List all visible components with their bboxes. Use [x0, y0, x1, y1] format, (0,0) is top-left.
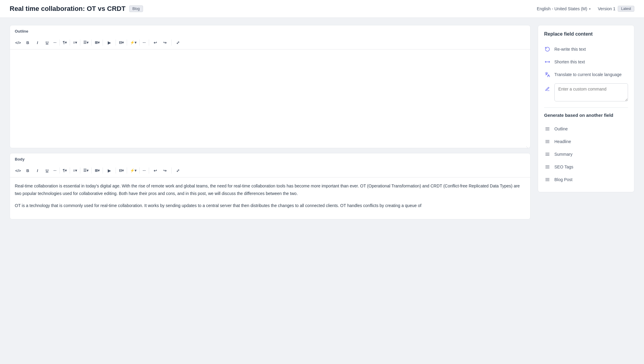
body-code-btn[interactable]: </>: [14, 166, 23, 175]
locale-label: English - United States (M): [537, 6, 587, 11]
video-btn[interactable]: ▶: [105, 38, 114, 47]
body-video-btn[interactable]: ▶: [105, 166, 114, 175]
body-underline-btn[interactable]: U: [43, 166, 52, 175]
body-sep-1: [59, 168, 60, 174]
body-paragraph-2: OT is a technology that is commonly used…: [15, 202, 525, 209]
outline-resize-handle[interactable]: ⋱: [10, 146, 530, 148]
separator-2: [70, 40, 70, 46]
rewrite-action[interactable]: Re-write this text: [544, 43, 628, 56]
outline-editor-content[interactable]: [10, 49, 530, 146]
rewrite-label: Re-write this text: [554, 47, 586, 52]
page-title: Real time collaboration: OT vs CRDT: [10, 5, 126, 13]
header-right: English - United States (M) ▾ Version 1 …: [537, 6, 634, 12]
body-paragraph-btn[interactable]: ¶▾: [62, 166, 68, 175]
custom-command-icon: [544, 86, 551, 92]
outline-toolbar: </> B I U ··· ¶▾ ≡▾ ☰▾ ⊞▾ ▶ ⊟▾ ⚡▾: [10, 36, 530, 49]
body-toolbar: </> B I U ··· ¶▾ ≡▾ ☰▾ ⊞▾ ▶ ⊟▾ ⚡▾: [10, 164, 530, 177]
fullscreen-btn[interactable]: ⤢: [174, 38, 183, 47]
separator-6: [116, 40, 116, 46]
generate-seo-tags[interactable]: SEO Tags: [544, 161, 628, 173]
body-paragraph-1: Real-time collaboration is essential in …: [15, 182, 525, 197]
shorten-action[interactable]: Shorten this text: [544, 56, 628, 68]
locale-chevron-icon: ▾: [589, 7, 591, 11]
generate-outline[interactable]: Outline: [544, 123, 628, 135]
generate-section-title: Generate based on another field: [544, 113, 628, 118]
more-btn-2[interactable]: ···: [142, 38, 147, 47]
body-link-btn[interactable]: ⚡▾: [129, 166, 138, 175]
blog-badge[interactable]: Blog: [129, 5, 143, 12]
generate-headline-label: Headline: [554, 139, 571, 144]
seo-lines-icon: [544, 164, 551, 170]
body-sep-2: [70, 168, 70, 174]
custom-command-input[interactable]: [554, 83, 628, 101]
bold-btn[interactable]: B: [23, 38, 32, 47]
section-divider: [544, 107, 628, 108]
list-btn[interactable]: ☰▾: [82, 38, 90, 47]
image-btn[interactable]: ⊞▾: [94, 38, 101, 47]
translate-label: Translate to current locale language: [554, 72, 622, 77]
paragraph-btn[interactable]: ¶▾: [62, 38, 68, 47]
body-sep-4: [91, 168, 92, 174]
body-more-btn-2[interactable]: ···: [142, 166, 147, 175]
custom-command-row: [544, 83, 628, 101]
version-label: Version 1: [598, 6, 615, 11]
body-panel: Body </> B I U ··· ¶▾ ≡▾ ☰▾ ⊞▾ ▶ ⊟▾: [10, 153, 531, 219]
translate-action[interactable]: Translate to current locale language: [544, 68, 628, 81]
locale-selector[interactable]: English - United States (M) ▾: [537, 6, 591, 11]
generate-blog-post[interactable]: Blog Post: [544, 173, 628, 186]
body-image-btn[interactable]: ⊞▾: [94, 166, 101, 175]
italic-btn[interactable]: I: [33, 38, 42, 47]
generate-headline[interactable]: Headline: [544, 135, 628, 148]
body-align-btn[interactable]: ≡▾: [72, 166, 78, 175]
separator-5: [103, 40, 103, 46]
body-table-btn[interactable]: ⊟▾: [118, 166, 125, 175]
body-sep-6: [116, 168, 116, 174]
latest-badge[interactable]: Latest: [618, 6, 634, 12]
body-label: Body: [10, 153, 530, 164]
body-sep-9: [149, 168, 149, 174]
body-italic-btn[interactable]: I: [33, 166, 42, 175]
body-more-btn-1[interactable]: ···: [52, 166, 58, 175]
body-undo-btn[interactable]: ↩: [151, 166, 160, 175]
body-editor-content[interactable]: Real-time collaboration is essential in …: [10, 177, 530, 219]
translate-icon: [544, 71, 551, 78]
version-info: Version 1 Latest: [598, 6, 634, 12]
body-list-btn[interactable]: ☰▾: [82, 166, 90, 175]
redo-btn[interactable]: ↪: [161, 38, 170, 47]
rewrite-icon: [544, 46, 551, 53]
body-fullscreen-btn[interactable]: ⤢: [174, 166, 183, 175]
separator-10: [171, 40, 172, 46]
underline-btn[interactable]: U: [43, 38, 52, 47]
link-btn[interactable]: ⚡▾: [129, 38, 138, 47]
header-left: Real time collaboration: OT vs CRDT Blog: [10, 5, 143, 13]
separator-8: [139, 40, 140, 46]
generate-summary[interactable]: Summary: [544, 148, 628, 161]
generate-blog-label: Blog Post: [554, 177, 572, 182]
blog-lines-icon: [544, 176, 551, 183]
outline-lines-icon: [544, 126, 551, 132]
body-sep-7: [127, 168, 127, 174]
align-btn[interactable]: ≡▾: [72, 38, 78, 47]
separator-3: [80, 40, 80, 46]
body-sep-3: [80, 168, 80, 174]
summary-lines-icon: [544, 151, 551, 158]
body-sep-10: [171, 168, 172, 174]
body-redo-btn[interactable]: ↪: [161, 166, 170, 175]
right-panel: Replace field content Re-write this text…: [538, 25, 634, 192]
outline-panel: Outline </> B I U ··· ¶▾ ≡▾ ☰▾ ⊞▾ ▶ ⊟▾: [10, 25, 531, 148]
right-panel-title: Replace field content: [544, 31, 628, 37]
undo-btn[interactable]: ↩: [151, 38, 160, 47]
body-bold-btn[interactable]: B: [23, 166, 32, 175]
separator-1: [59, 40, 60, 46]
code-btn[interactable]: </>: [14, 38, 23, 47]
generate-outline-label: Outline: [554, 126, 568, 131]
generate-summary-label: Summary: [554, 152, 572, 157]
body-sep-8: [139, 168, 140, 174]
generate-seo-label: SEO Tags: [554, 164, 573, 169]
body-sep-5: [103, 168, 103, 174]
editor-area: Outline </> B I U ··· ¶▾ ≡▾ ☰▾ ⊞▾ ▶ ⊟▾: [10, 25, 531, 219]
more-btn-1[interactable]: ···: [52, 38, 58, 47]
separator-9: [149, 40, 149, 46]
table-btn[interactable]: ⊟▾: [118, 38, 125, 47]
shorten-label: Shorten this text: [554, 59, 585, 64]
